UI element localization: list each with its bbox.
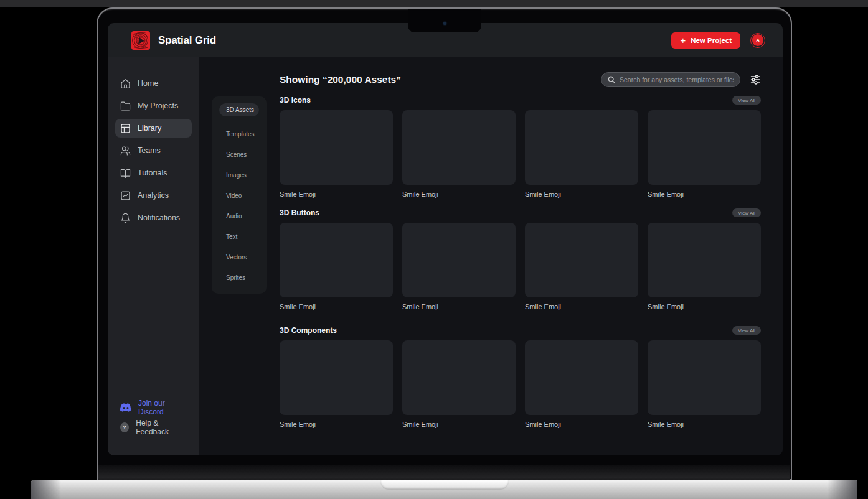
asset-cell: Smile Emoji	[648, 110, 761, 198]
category-text[interactable]: Text	[212, 226, 267, 247]
search-input[interactable]	[620, 76, 734, 83]
backdrop-top-strip	[0, 0, 868, 7]
laptop-hinge	[98, 465, 790, 480]
asset-card[interactable]	[280, 340, 393, 415]
category-3d-assets[interactable]: 3D Assets	[219, 103, 259, 116]
search-icon	[608, 76, 615, 83]
category-audio[interactable]: Audio	[212, 206, 267, 226]
asset-card[interactable]	[648, 223, 761, 297]
brand: Spatial Grid	[131, 31, 216, 50]
asset-card[interactable]	[525, 340, 638, 415]
spatial-grid-logo-icon	[131, 31, 150, 50]
asset-card[interactable]	[280, 223, 393, 297]
view-all-button[interactable]: View All	[732, 208, 761, 217]
section-title: 3D Buttons	[280, 208, 319, 217]
asset-card-label: Smile Emoji	[648, 303, 761, 310]
search-bar[interactable]	[601, 72, 740, 87]
category-scenes[interactable]: Scenes	[212, 144, 267, 165]
asset-card-label: Smile Emoji	[402, 303, 516, 310]
asset-card[interactable]	[648, 110, 761, 185]
section-header: 3D Buttons View All	[280, 208, 761, 218]
sidebar-item-home[interactable]: Home	[115, 74, 192, 93]
category-sprites[interactable]: Sprites	[212, 268, 267, 288]
avatar[interactable]: A	[750, 33, 765, 48]
sidebar-item-label: Help & Feedback	[136, 419, 187, 436]
asset-card-label: Smile Emoji	[402, 421, 516, 428]
asset-card[interactable]	[402, 110, 516, 185]
asset-cell: Smile Emoji	[280, 110, 393, 198]
new-project-button[interactable]: + New Project	[671, 32, 740, 49]
section-header: 3D Icons View All	[280, 95, 761, 105]
category-vectors[interactable]: Vectors	[212, 247, 267, 268]
sidebar-item-label: Analytics	[138, 191, 169, 200]
sidebar-item-my-projects[interactable]: My Projects	[115, 96, 192, 115]
sidebar-item-label: Tutorials	[138, 169, 167, 177]
asset-card[interactable]	[525, 110, 638, 185]
layout-grid-icon	[120, 123, 131, 134]
asset-card-label: Smile Emoji	[280, 190, 393, 198]
discord-icon	[120, 403, 131, 412]
asset-card[interactable]	[525, 223, 638, 297]
users-icon	[120, 146, 131, 156]
content-area: Showing “200,000 Assets”	[267, 57, 783, 455]
question-mark-icon: ?	[120, 422, 129, 432]
asset-card-label: Smile Emoji	[525, 303, 638, 310]
asset-card-label: Smile Emoji	[648, 190, 761, 198]
home-icon	[120, 78, 131, 89]
bell-icon	[120, 213, 131, 223]
asset-card-label: Smile Emoji	[525, 190, 638, 198]
sidebar-item-notifications[interactable]: Notifications	[115, 208, 192, 227]
header-actions: + New Project A	[671, 32, 765, 49]
section-3d-buttons: 3D Buttons View All Smile Emoji	[280, 208, 761, 310]
sidebar-item-teams[interactable]: Teams	[115, 141, 192, 160]
asset-card-label: Smile Emoji	[280, 303, 393, 310]
asset-card[interactable]	[402, 340, 516, 415]
category-video[interactable]: Video	[212, 185, 267, 206]
asset-card[interactable]	[280, 110, 393, 185]
asset-card[interactable]	[402, 223, 516, 297]
content-header-row: Showing “200,000 Assets”	[280, 72, 761, 88]
filter-sliders-icon[interactable]	[750, 74, 761, 85]
section-header: 3D Components View All	[280, 325, 761, 335]
main-area: 3D Assets Templates Scenes Images Video …	[199, 57, 783, 455]
sidebar-item-tutorials[interactable]: Tutorials	[115, 164, 192, 182]
sidebar-item-label: Teams	[138, 146, 161, 155]
sidebar-item-label: Notifications	[138, 213, 180, 222]
brand-name: Spatial Grid	[158, 34, 216, 47]
section-title: 3D Components	[280, 326, 337, 335]
asset-cell: Smile Emoji	[280, 223, 393, 310]
section-3d-icons: 3D Icons View All Smile Emoji	[280, 95, 761, 198]
page-title: Showing “200,000 Assets”	[280, 74, 401, 85]
asset-cell: Smile Emoji	[525, 223, 638, 310]
asset-card-label: Smile Emoji	[280, 421, 393, 428]
sidebar-item-label: Home	[138, 79, 158, 88]
content-header-actions	[601, 72, 761, 87]
asset-cell: Smile Emoji	[402, 223, 516, 310]
sidebar: Home My Projects Library	[108, 57, 199, 455]
app-body: Home My Projects Library	[108, 57, 783, 455]
sidebar-item-join-discord[interactable]: Join our Discord	[115, 398, 192, 417]
asset-cell: Smile Emoji	[402, 340, 516, 428]
asset-cell: Smile Emoji	[280, 340, 393, 428]
view-all-button[interactable]: View All	[732, 326, 761, 335]
laptop-base	[31, 480, 857, 499]
lid-scoop	[380, 480, 509, 490]
asset-card-label: Smile Emoji	[525, 421, 638, 428]
sidebar-item-analytics[interactable]: Analytics	[115, 186, 192, 205]
category-panel: 3D Assets Templates Scenes Images Video …	[212, 96, 267, 294]
asset-cell: Smile Emoji	[648, 223, 761, 310]
laptop-screen: Spatial Grid + New Project A	[97, 7, 792, 480]
category-images[interactable]: Images	[212, 165, 267, 185]
section-title: 3D Icons	[280, 96, 311, 105]
folder-icon	[120, 101, 131, 111]
card-grid: Smile Emoji Smile Emoji Smile Emoji	[280, 223, 761, 310]
sidebar-item-label: My Projects	[138, 101, 178, 110]
app-window: Spatial Grid + New Project A	[108, 23, 783, 455]
category-templates[interactable]: Templates	[212, 124, 267, 144]
view-all-button[interactable]: View All	[732, 96, 761, 105]
sidebar-item-library[interactable]: Library	[115, 119, 192, 138]
asset-card[interactable]	[648, 340, 761, 415]
asset-cell: Smile Emoji	[402, 110, 516, 198]
asset-cell: Smile Emoji	[525, 110, 638, 198]
sidebar-item-help-feedback[interactable]: ? Help & Feedback	[115, 418, 192, 437]
